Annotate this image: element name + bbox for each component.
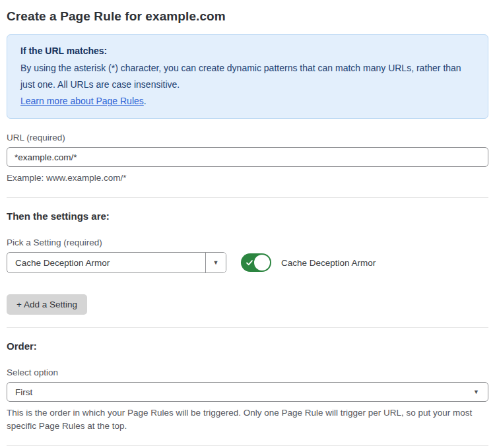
order-select-label: Select option [7, 368, 488, 377]
chevron-down-icon: ▼ [473, 389, 479, 395]
setting-toggle-label: Cache Deception Armor [281, 258, 376, 268]
pick-setting-label: Pick a Setting (required) [7, 238, 488, 247]
divider [7, 445, 488, 446]
info-box-heading: If the URL matches: [20, 43, 475, 59]
url-match-info-box: If the URL matches: By using the asteris… [7, 34, 488, 119]
info-box-body: By using the asterisk (*) character, you… [20, 60, 475, 93]
info-box-link-line: Learn more about Page Rules. [20, 93, 475, 110]
divider [7, 197, 488, 198]
url-field-helper: Example: www.example.com/* [7, 172, 488, 185]
setting-toggle-group: Cache Deception Armor [241, 253, 376, 272]
cache-deception-armor-toggle[interactable] [241, 253, 271, 272]
chevron-down-icon: ▼ [213, 260, 219, 266]
page-title: Create a Page Rule for example.com [7, 9, 488, 24]
learn-more-link[interactable]: Learn more about Page Rules [20, 96, 144, 106]
url-field-label: URL (required) [7, 133, 488, 143]
setting-select-caret-button[interactable]: ▼ [205, 253, 226, 272]
setting-row: Cache Deception Armor ▼ Cache Deception … [7, 252, 488, 273]
settings-section-heading: Then the settings are: [7, 210, 488, 222]
add-setting-button[interactable]: + Add a Setting [7, 294, 87, 315]
link-period: . [144, 96, 147, 106]
setting-select-value: Cache Deception Armor [7, 253, 205, 272]
order-select[interactable]: First ▼ [7, 382, 488, 402]
divider [7, 327, 488, 328]
setting-select[interactable]: Cache Deception Armor ▼ [7, 252, 226, 273]
toggle-knob [254, 255, 270, 271]
order-select-value: First [15, 387, 32, 397]
order-helper-text: This is the order in which your Page Rul… [7, 406, 488, 433]
url-input[interactable] [7, 147, 488, 167]
order-section-heading: Order: [7, 340, 488, 352]
check-icon [246, 259, 253, 267]
